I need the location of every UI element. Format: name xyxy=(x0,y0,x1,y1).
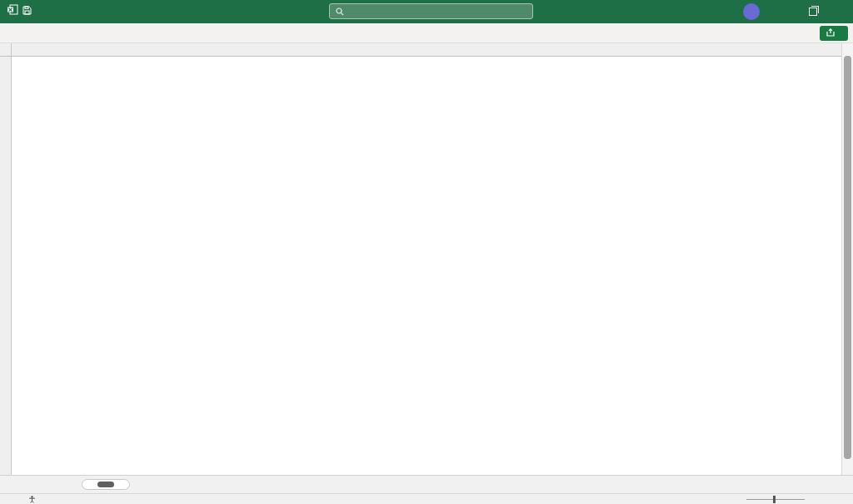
search-input[interactable] xyxy=(349,6,526,17)
vertical-scrollbar-thumb[interactable] xyxy=(844,56,851,459)
sheet-tab-bar xyxy=(0,475,853,493)
row-headers xyxy=(0,57,12,475)
restore-button[interactable] xyxy=(800,0,826,23)
status-bar-right xyxy=(710,499,846,500)
accessibility-icon xyxy=(28,496,36,503)
minimize-button[interactable] xyxy=(773,0,800,23)
cells-layer xyxy=(0,57,841,475)
add-sheet-button[interactable] xyxy=(40,476,63,493)
select-all-corner[interactable] xyxy=(0,43,12,57)
horizontal-scrollbar-thumb[interactable] xyxy=(97,482,114,487)
search-box[interactable] xyxy=(329,3,533,19)
search-icon xyxy=(336,4,344,19)
vertical-scrollbar[interactable] xyxy=(841,43,853,475)
avatar[interactable] xyxy=(743,3,760,20)
close-button[interactable] xyxy=(826,0,853,23)
zoom-slider-thumb[interactable] xyxy=(773,496,776,503)
ribbon-tabs xyxy=(0,23,3,42)
excel-app-icon[interactable] xyxy=(7,0,18,23)
title-bar xyxy=(0,0,853,23)
ribbon xyxy=(0,23,853,43)
status-bar xyxy=(0,493,853,504)
worksheet[interactable] xyxy=(0,57,841,475)
save-icon[interactable] xyxy=(22,0,32,23)
quick-access-toolbar xyxy=(0,0,47,23)
zoom-slider[interactable] xyxy=(746,499,805,500)
share-icon xyxy=(826,28,835,38)
restore-icon xyxy=(809,7,817,16)
sheet-nav-right-icon[interactable] xyxy=(20,476,40,493)
window-controls xyxy=(743,0,853,23)
sheet-nav-left-icon[interactable] xyxy=(0,476,20,493)
horizontal-scrollbar[interactable] xyxy=(82,479,130,490)
share-button[interactable] xyxy=(820,26,848,41)
sheet-options-button[interactable] xyxy=(63,476,80,493)
column-headers xyxy=(0,43,841,57)
excel-window xyxy=(0,0,853,504)
